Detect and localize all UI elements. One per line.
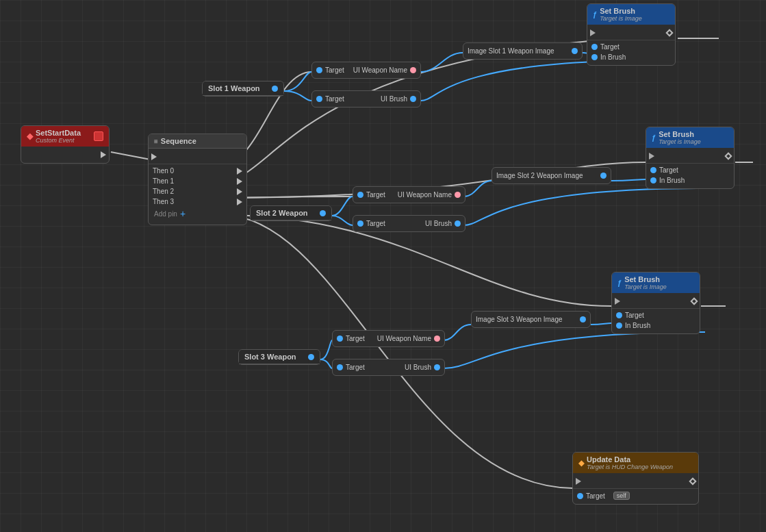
sequence-then2-label: Then 2	[153, 188, 174, 195]
setbrush2-header: ƒ Set Brush Target is Image	[646, 127, 734, 148]
updatedata-title: Update Data	[587, 455, 673, 464]
uiweaponname2-left-label: Target	[366, 191, 385, 199]
setbrush1-inbrush-pin	[591, 54, 598, 60]
setbrush3-node[interactable]: ƒ Set Brush Target is Image Target In Br…	[611, 272, 700, 334]
imageslot3-label: Image Slot 3 Weapon Image	[476, 316, 563, 323]
setbrush2-target-pin	[650, 167, 656, 173]
uiweaponname1-node[interactable]: Target UI Weapon Name	[311, 62, 421, 79]
uiweaponname1-left-label: Target	[325, 66, 344, 74]
slot3weapon-header: Slot 3 Weapon	[239, 350, 320, 364]
slot3weapon-out-pin	[308, 354, 314, 360]
sequence-exec-in	[149, 151, 246, 162]
uibrush1-body: Target UI Brush	[312, 91, 420, 107]
uiweaponname1-right-label: UI Weapon Name	[353, 66, 407, 74]
uibrush3-row: Target UI Brush	[333, 362, 444, 372]
uiweaponname1-out-pin	[410, 67, 416, 73]
setbrush1-header: ƒ Set Brush Target is Image	[587, 4, 675, 25]
sequence-then2: Then 2	[149, 186, 246, 197]
imageslot3-row: Image Slot 3 Weapon Image	[472, 314, 590, 325]
imageslot3-node[interactable]: Image Slot 3 Weapon Image	[471, 311, 591, 328]
setstartdata-body	[21, 147, 109, 163]
setstartdata-node[interactable]: ◆ SetStartData Custom Event	[21, 125, 110, 164]
setbrush2-inbrush: In Brush	[646, 175, 734, 186]
uibrush2-row: Target UI Brush	[353, 218, 465, 229]
setbrush3-subtitle: Target is Image	[624, 283, 667, 290]
setbrush1-title: Set Brush	[600, 7, 642, 15]
uibrush1-out-pin	[410, 96, 416, 102]
uibrush2-node[interactable]: Target UI Brush	[353, 215, 465, 232]
setstartdata-header: ◆ SetStartData Custom Event	[21, 126, 109, 147]
uiweaponname2-node[interactable]: Target UI Weapon Name	[353, 186, 465, 203]
setstartdata-exec-out	[21, 149, 109, 160]
slot2weapon-node[interactable]: Slot 2 Weapon	[250, 205, 332, 221]
setbrush1-target-pin	[591, 44, 598, 50]
imageslot1-body: Image Slot 1 Weapon Image	[463, 43, 582, 59]
sequence-node[interactable]: ≡ Sequence Then 0 Then 1 Then 2 Then 3	[148, 134, 247, 225]
setbrush2-node[interactable]: ƒ Set Brush Target is Image Target In Br…	[646, 127, 735, 189]
uiweaponname1-row: Target UI Weapon Name	[312, 65, 420, 75]
setbrush2-title: Set Brush	[659, 130, 701, 138]
imageslot3-out-pin	[580, 316, 586, 322]
uiweaponname1-in-pin	[316, 67, 322, 73]
setbrush3-inbrush-pin	[616, 322, 622, 329]
uiweaponname3-left-label: Target	[346, 335, 365, 342]
sequence-then0: Then 0	[149, 166, 246, 176]
sequence-then1-label: Then 1	[153, 177, 174, 185]
uibrush1-left-label: Target	[325, 95, 344, 103]
slot2weapon-header: Slot 2 Weapon	[251, 206, 331, 220]
setbrush2-func-icon: ƒ	[652, 134, 656, 142]
setbrush2-body: Target In Brush	[646, 148, 734, 188]
setbrush3-inbrush: In Brush	[612, 320, 700, 331]
updatedata-subtitle: Target is HUD Change Weapon	[587, 464, 673, 470]
imageslot1-node[interactable]: Image Slot 1 Weapon Image	[463, 42, 583, 60]
updatedata-target-pin	[577, 493, 583, 499]
sequence-then0-label: Then 0	[153, 167, 174, 175]
uiweaponname2-right-label: UI Weapon Name	[398, 191, 452, 199]
sequence-addpin-icon[interactable]: +	[180, 208, 186, 219]
imageslot2-node[interactable]: Image Slot 2 Weapon Image	[491, 167, 611, 184]
setbrush2-target-label: Target	[659, 166, 678, 174]
setbrush1-inbrush: In Brush	[587, 52, 675, 62]
setbrush2-inbrush-pin	[650, 177, 656, 183]
setbrush3-header: ƒ Set Brush Target is Image	[612, 273, 700, 293]
setbrush1-node[interactable]: ƒ Set Brush Target is Image Target In Br…	[587, 3, 676, 66]
uibrush1-right-label: UI Brush	[381, 95, 407, 103]
setbrush3-exec	[612, 296, 700, 307]
uiweaponname3-out-pin	[434, 335, 440, 342]
slot3weapon-node[interactable]: Slot 3 Weapon	[238, 349, 320, 365]
imageslot1-out-pin	[572, 48, 578, 54]
uiweaponname3-in-pin	[337, 335, 343, 342]
uibrush3-node[interactable]: Target UI Brush	[332, 359, 445, 376]
setbrush2-subtitle: Target is Image	[659, 138, 701, 145]
uibrush1-node[interactable]: Target UI Brush	[311, 90, 421, 107]
setbrush2-inbrush-label: In Brush	[659, 177, 685, 184]
imageslot2-out-pin	[600, 173, 607, 179]
uiweaponname3-node[interactable]: Target UI Weapon Name	[332, 330, 445, 347]
updatedata-header: ◆ Update Data Target is HUD Change Weapo…	[573, 453, 698, 473]
updatedata-node[interactable]: ◆ Update Data Target is HUD Change Weapo…	[572, 452, 699, 505]
sequence-addpin[interactable]: Add pin +	[149, 207, 246, 222]
uibrush3-body: Target UI Brush	[333, 359, 444, 375]
uibrush3-out-pin	[434, 364, 440, 370]
sequence-header: ≡ Sequence	[149, 134, 246, 149]
uibrush2-left-label: Target	[366, 220, 385, 227]
setbrush1-target: Target	[587, 42, 675, 52]
uibrush2-body: Target UI Brush	[353, 216, 465, 231]
slot1weapon-node[interactable]: Slot 1 Weapon	[202, 81, 284, 97]
uiweaponname1-body: Target UI Weapon Name	[312, 62, 420, 78]
imageslot2-body: Image Slot 2 Weapon Image	[492, 168, 611, 183]
sequence-then3-label: Then 3	[153, 198, 174, 205]
setbrush1-inbrush-label: In Brush	[600, 53, 626, 61]
uibrush1-row: Target UI Brush	[312, 94, 420, 104]
uiweaponname3-body: Target UI Weapon Name	[333, 331, 444, 346]
setbrush3-target-label: Target	[625, 312, 644, 319]
setbrush1-subtitle: Target is Image	[600, 15, 642, 22]
blueprint-canvas[interactable]: ◆ SetStartData Custom Event ≡ Sequence T…	[0, 0, 766, 532]
updatedata-target-label: Target	[586, 492, 605, 500]
setbrush3-body: Target In Brush	[612, 293, 700, 333]
slot3weapon-title: Slot 3 Weapon	[244, 353, 296, 361]
slot2weapon-out-pin	[320, 210, 326, 216]
sequence-body: Then 0 Then 1 Then 2 Then 3 Add pin +	[149, 149, 246, 225]
uibrush2-in-pin	[357, 220, 363, 227]
slot1weapon-out-pin	[272, 86, 278, 92]
